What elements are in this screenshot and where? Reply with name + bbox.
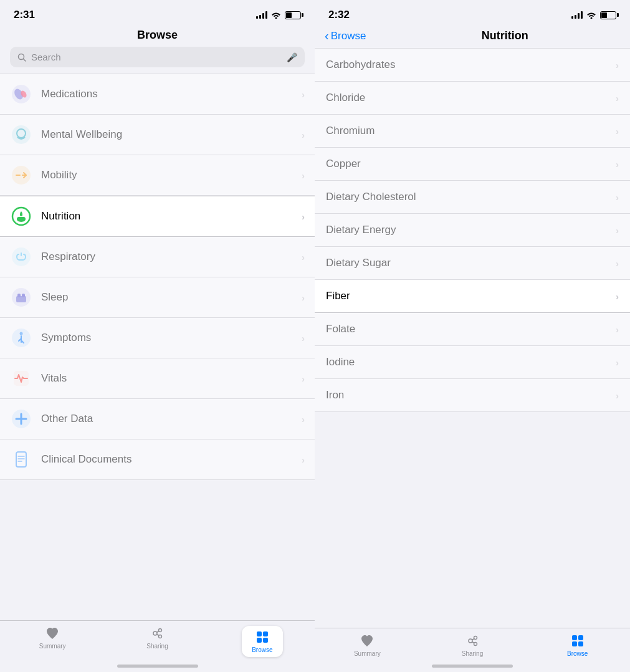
svg-rect-41 (572, 635, 577, 640)
svg-rect-14 (17, 294, 21, 297)
list-item-clinical-documents[interactable]: Clinical Documents › (0, 439, 315, 480)
svg-point-17 (20, 332, 23, 335)
list-item-dietary-energy[interactable]: Dietary Energy › (315, 214, 630, 247)
medications-icon (10, 83, 32, 105)
nutrition-list: Carbohydrates › Chloride › Chromium › Co… (315, 48, 630, 628)
right-panel: 2:32 ‹ Browse Nutrition Carbohy (315, 0, 630, 672)
svg-line-40 (472, 642, 475, 643)
home-bar-left (117, 665, 198, 668)
list-item-folate[interactable]: Folate › (315, 313, 630, 346)
copper-chevron: › (616, 159, 619, 170)
list-item-dietary-cholesterol[interactable]: Dietary Cholesterol › (315, 181, 630, 214)
svg-rect-43 (572, 641, 577, 646)
tab-sharing-left[interactable]: Sharing (105, 626, 209, 657)
battery-icon (285, 11, 301, 19)
svg-rect-35 (263, 638, 268, 643)
list-item-chloride[interactable]: Chloride › (315, 82, 630, 115)
svg-point-11 (12, 247, 31, 266)
svg-rect-13 (16, 296, 26, 302)
nav-bar-left: Browse (0, 26, 315, 47)
tab-summary-left[interactable]: Summary (0, 626, 105, 657)
home-bar-right (432, 665, 513, 668)
iron-label: Iron (326, 389, 616, 401)
status-icons-right (571, 11, 616, 19)
tab-bar-right: Summary Sharing Browse (315, 628, 630, 660)
svg-rect-34 (257, 638, 262, 643)
mic-icon[interactable]: 🎤 (287, 52, 297, 62)
dietary-cholesterol-chevron: › (616, 192, 619, 203)
list-item-mobility[interactable]: Mobility › (0, 155, 315, 196)
symptoms-chevron: › (302, 333, 305, 343)
sleep-icon (10, 286, 32, 309)
back-button[interactable]: ‹ Browse (325, 29, 415, 43)
list-item-nutrition[interactable]: Nutrition › (0, 196, 315, 237)
browse-icon-left (255, 630, 270, 645)
svg-point-37 (474, 636, 477, 640)
other-data-chevron: › (302, 414, 305, 425)
svg-point-38 (474, 643, 477, 646)
tab-sharing-label-left: Sharing (146, 643, 168, 650)
tab-bar-left: Summary Sharing Browse (0, 620, 315, 660)
time-right: 2:32 (328, 9, 350, 21)
list-item-sleep[interactable]: Sleep › (0, 277, 315, 318)
back-chevron-icon: ‹ (325, 29, 329, 43)
browse-active-box: Browse (242, 626, 282, 657)
search-bar[interactable]: Search 🎤 (10, 47, 305, 67)
tab-sharing-right[interactable]: Sharing (420, 633, 525, 657)
other-data-icon (10, 408, 32, 430)
tab-summary-label-right: Summary (354, 650, 381, 657)
dietary-cholesterol-label: Dietary Cholesterol (326, 191, 616, 203)
list-item-respiratory[interactable]: Respiratory › (0, 237, 315, 277)
status-icons-left (256, 11, 301, 19)
list-item-medications[interactable]: Medications › (0, 74, 315, 115)
chloride-chevron: › (616, 93, 619, 103)
list-item-dietary-sugar[interactable]: Dietary Sugar › (315, 247, 630, 280)
nutrition-chevron: › (302, 211, 305, 222)
wifi-icon-right (586, 11, 596, 19)
list-item-vitals[interactable]: Vitals › (0, 358, 315, 399)
svg-rect-15 (22, 294, 25, 297)
iodine-chevron: › (616, 357, 619, 368)
svg-rect-44 (578, 641, 583, 646)
svg-point-36 (469, 639, 472, 643)
tab-browse-right[interactable]: Browse (525, 633, 630, 657)
chloride-label: Chloride (326, 92, 616, 104)
list-item-other-data[interactable]: Other Data › (0, 399, 315, 439)
list-item-symptoms[interactable]: Symptoms › (0, 318, 315, 358)
tab-browse-left[interactable]: Browse (210, 626, 315, 657)
list-item-fiber[interactable]: Fiber › (315, 280, 630, 313)
list-item-copper[interactable]: Copper › (315, 148, 630, 181)
svg-point-7 (12, 166, 31, 185)
signal-icon-right (571, 11, 583, 19)
svg-line-31 (157, 635, 160, 636)
tab-summary-right[interactable]: Summary (315, 633, 420, 657)
clinical-documents-icon (10, 448, 32, 471)
tab-browse-label-left: Browse (252, 646, 272, 653)
sleep-chevron: › (302, 292, 305, 303)
mobility-chevron: › (302, 170, 305, 181)
symptoms-icon (10, 327, 32, 349)
browse-title: Browse (137, 29, 178, 41)
list-item-carbohydrates[interactable]: Carbohydrates › (315, 48, 630, 82)
list-item-chromium[interactable]: Chromium › (315, 115, 630, 148)
back-label: Browse (331, 30, 366, 42)
list-item-iodine[interactable]: Iodine › (315, 346, 630, 379)
mental-wellbeing-label: Mental Wellbeing (41, 128, 302, 141)
list-item-mental-wellbeing[interactable]: Mental Wellbeing › (0, 115, 315, 155)
dietary-sugar-label: Dietary Sugar (326, 257, 616, 269)
svg-rect-33 (263, 631, 268, 636)
symptoms-label: Symptoms (41, 332, 302, 344)
nutrition-title: Nutrition (415, 29, 595, 42)
fiber-label: Fiber (326, 290, 616, 302)
carbohydrates-chevron: › (616, 60, 619, 70)
folate-label: Folate (326, 323, 616, 335)
mobility-label: Mobility (41, 169, 302, 181)
search-placeholder: Search (31, 52, 282, 62)
left-panel: 2:31 Browse Search 🎤 (0, 0, 315, 672)
respiratory-chevron: › (302, 252, 305, 262)
wifi-icon (271, 11, 281, 19)
svg-line-30 (157, 631, 160, 633)
list-item-iron[interactable]: Iron › (315, 379, 630, 412)
vitals-chevron: › (302, 373, 305, 384)
svg-line-1 (24, 59, 26, 61)
